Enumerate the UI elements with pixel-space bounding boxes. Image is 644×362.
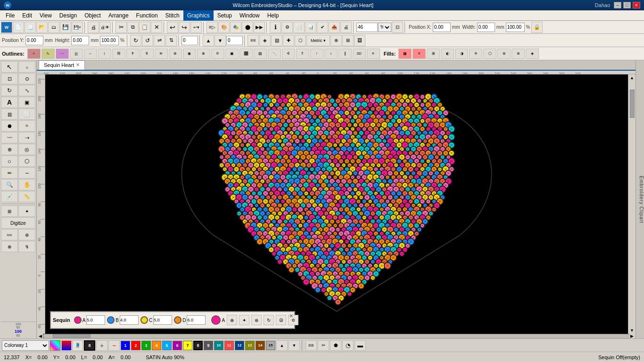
undo-history-btn[interactable]: ↩▾ xyxy=(190,22,202,33)
thread-chart-btn[interactable]: 🧵 xyxy=(73,340,83,351)
run-tool-btn[interactable]: 〰 xyxy=(1,132,18,143)
sequin-entry-c[interactable]: C xyxy=(140,315,172,325)
outline-border2[interactable]: ⬛ xyxy=(239,49,253,59)
stitch-list-btn[interactable]: ≡▷ xyxy=(206,22,218,33)
machine-btn[interactable]: 🖨 xyxy=(340,22,352,33)
sequin-entry-d[interactable]: D xyxy=(174,315,206,325)
color-11[interactable]: 11 xyxy=(224,341,234,350)
sequin-close-btn[interactable]: ✕ xyxy=(289,313,293,319)
bar-btn[interactable]: ▬ xyxy=(355,340,366,351)
color-5[interactable]: 5 xyxy=(162,341,172,350)
sequin-entry-a[interactable]: A xyxy=(74,315,106,325)
color-swatch-multi[interactable] xyxy=(50,340,60,351)
minimize-button[interactable]: – xyxy=(614,2,621,8)
remove-color-btn[interactable]: − xyxy=(108,340,120,351)
nudge-input[interactable] xyxy=(226,36,243,45)
fill-fancy[interactable]: ⬡ xyxy=(483,49,496,59)
menu-arrange[interactable]: Arrange xyxy=(105,10,132,21)
width-pct-input[interactable] xyxy=(506,23,525,32)
outline-more10[interactable]: ≡ xyxy=(367,49,380,59)
outline-more8[interactable]: ∥ xyxy=(339,49,352,59)
v-scrollbar[interactable]: ▲ ▼ xyxy=(628,74,636,334)
text-tool-btn[interactable]: A xyxy=(1,97,18,108)
sequin-entry-b[interactable]: B xyxy=(107,315,139,325)
color-7[interactable]: 7 xyxy=(183,341,192,350)
seq-run-btn[interactable]: ≈≈ xyxy=(1,229,18,240)
fill-more3[interactable]: ◈ xyxy=(526,49,539,59)
outline-more7[interactable]: ↕ xyxy=(324,49,338,59)
undo-btn[interactable]: ↩ xyxy=(167,22,178,33)
delete-btn[interactable]: ✕ xyxy=(151,22,162,33)
color-4[interactable]: 4 xyxy=(152,341,161,350)
color-12[interactable]: 12 xyxy=(235,341,244,350)
print-btn[interactable]: 🖨 xyxy=(88,22,99,33)
outline-braid[interactable]: ≋ xyxy=(155,49,168,59)
seq-size-a[interactable] xyxy=(86,315,105,325)
outline-run[interactable]: ≈ xyxy=(27,49,41,59)
main-canvas[interactable]: Sequin ✕ A B xyxy=(45,74,628,334)
metric-select-btn[interactable]: Metric ▾ xyxy=(306,35,330,46)
fill-contour[interactable]: ◐ xyxy=(441,49,454,59)
outline-satin3[interactable]: ⟊ xyxy=(98,49,111,59)
color-blend-btn[interactable]: 🎭 xyxy=(230,22,241,33)
color-15[interactable]: 15 xyxy=(266,341,275,350)
menu-help[interactable]: Help xyxy=(264,10,283,21)
fill-satin[interactable]: ▦ xyxy=(398,49,412,59)
close-button[interactable]: ✕ xyxy=(633,2,640,8)
outline-border1[interactable]: ▣ xyxy=(225,49,239,59)
complex-fill-btn[interactable]: ⌗ xyxy=(18,120,35,132)
bg-btn[interactable]: 🖼 xyxy=(354,35,365,46)
scale-tool-btn[interactable]: ⤡ xyxy=(18,85,35,96)
sequin-active-entry[interactable]: A xyxy=(211,315,225,325)
nudge-down-btn[interactable]: ▼ xyxy=(215,35,226,46)
stitch-edit-btn[interactable]: ⊞ xyxy=(1,206,18,217)
copy-btn[interactable]: ⧉ xyxy=(127,22,139,33)
color-8[interactable]: 8 xyxy=(193,341,203,350)
height-pct-input[interactable] xyxy=(100,36,119,45)
height-input[interactable] xyxy=(71,36,89,45)
color-scroll-down[interactable]: ▼ xyxy=(289,340,300,351)
outline-more2[interactable]: ✡ xyxy=(211,49,224,59)
rotate-tool-btn[interactable]: ↻ xyxy=(1,85,18,96)
menu-edit[interactable]: Edit xyxy=(18,10,36,21)
select-tool-btn[interactable]: ↖ xyxy=(1,61,18,73)
v-scroll-down-btn[interactable]: ▼ xyxy=(630,328,634,333)
export-btn[interactable]: 📤 xyxy=(329,22,340,33)
h-scroll-left-btn[interactable]: ◀ xyxy=(38,334,43,338)
open-recent-btn[interactable]: 🗂 xyxy=(48,22,59,33)
rotate-cw-btn[interactable]: ↻ xyxy=(130,35,141,46)
zoom-unit-select[interactable]: % xyxy=(378,23,391,32)
colorway-select[interactable]: Colorway 1 xyxy=(2,340,49,351)
box-select-btn[interactable]: ⊡ xyxy=(1,73,18,84)
active-color-swatch[interactable]: 8 xyxy=(84,340,95,351)
seq-fill-btn[interactable]: ⊛ xyxy=(18,229,35,240)
manage-btn[interactable]: ⚙ xyxy=(281,22,293,33)
angle-input[interactable] xyxy=(182,36,198,45)
color-1[interactable]: 1 xyxy=(121,341,130,350)
new-embroidery-btn[interactable]: 📃 xyxy=(25,22,36,33)
outline-satin2[interactable]: ⎓ xyxy=(84,49,97,59)
digitize-btn[interactable]: Digitize xyxy=(1,217,35,229)
h-scroll-track[interactable] xyxy=(43,334,629,338)
pan-btn[interactable]: ✋ xyxy=(18,179,35,190)
h-scroll-right-btn[interactable]: ▶ xyxy=(629,334,635,338)
satin-col-btn[interactable]: ⬣ xyxy=(1,120,18,132)
polygon-btn[interactable]: ⬡ xyxy=(18,156,35,167)
rotate-ccw-btn[interactable]: ↺ xyxy=(142,35,153,46)
fill-pattern[interactable]: ⊞ xyxy=(427,49,440,59)
color-2[interactable]: 2 xyxy=(131,341,140,350)
lasso-btn[interactable]: ⊙ xyxy=(18,73,35,84)
outline-more6[interactable]: ↑ xyxy=(310,49,323,59)
nudge-up-btn[interactable]: ▲ xyxy=(203,35,214,46)
outline-more3[interactable]: ⋱ xyxy=(268,49,281,59)
seq-tool-5[interactable]: ☮ xyxy=(276,315,286,325)
outline-chain[interactable]: ⛓ xyxy=(112,49,125,59)
h-scroll-thumb[interactable] xyxy=(53,334,91,338)
node-edit-btn[interactable]: ⬦ xyxy=(18,61,35,73)
spiral-btn[interactable]: ◎ xyxy=(18,144,35,155)
circle-btn[interactable]: ○ xyxy=(1,156,18,167)
paste-btn[interactable]: 📋 xyxy=(139,22,150,33)
cross-stitch-btn[interactable]: ✚ xyxy=(283,35,294,46)
menu-stitch[interactable]: Stitch xyxy=(162,10,183,21)
fancy-fill-btn[interactable]: ⬡ xyxy=(295,35,306,46)
